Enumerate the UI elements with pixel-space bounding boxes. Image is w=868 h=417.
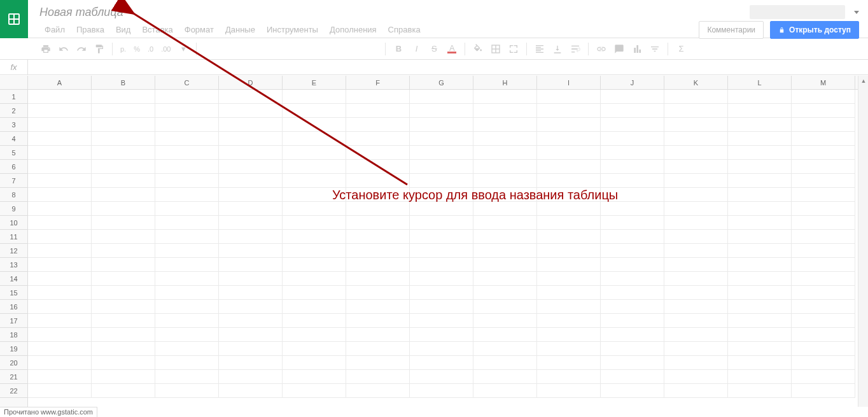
cell[interactable] bbox=[664, 90, 728, 104]
cell[interactable] bbox=[728, 342, 792, 356]
cell[interactable] bbox=[728, 160, 792, 174]
cell[interactable] bbox=[28, 188, 92, 202]
cell[interactable] bbox=[728, 258, 792, 272]
cell[interactable] bbox=[28, 132, 92, 146]
cell[interactable] bbox=[473, 160, 537, 174]
cell[interactable] bbox=[537, 286, 601, 300]
cell[interactable] bbox=[473, 272, 537, 286]
share-button[interactable]: Открыть доступ bbox=[770, 21, 859, 39]
cell[interactable] bbox=[28, 314, 92, 328]
cell[interactable] bbox=[155, 174, 219, 188]
cell[interactable] bbox=[346, 230, 410, 244]
cell[interactable] bbox=[728, 104, 792, 118]
cell[interactable] bbox=[601, 300, 664, 314]
menu-addons[interactable]: Дополнения bbox=[325, 23, 382, 36]
cell[interactable] bbox=[410, 356, 473, 370]
cell[interactable] bbox=[537, 356, 601, 370]
cell[interactable] bbox=[346, 104, 410, 118]
row-header[interactable]: 9 bbox=[0, 202, 27, 216]
row-header[interactable]: 22 bbox=[0, 384, 27, 398]
cell[interactable] bbox=[219, 384, 283, 398]
cell[interactable] bbox=[92, 272, 155, 286]
cell[interactable] bbox=[792, 202, 855, 216]
cell[interactable] bbox=[346, 216, 410, 230]
cell[interactable] bbox=[92, 146, 155, 160]
cell[interactable] bbox=[537, 300, 601, 314]
row-header[interactable]: 8 bbox=[0, 188, 27, 202]
cell[interactable] bbox=[410, 160, 473, 174]
functions-icon[interactable]: Σ bbox=[673, 41, 689, 57]
cell[interactable] bbox=[410, 146, 473, 160]
cell[interactable] bbox=[792, 244, 855, 258]
cell[interactable] bbox=[664, 258, 728, 272]
cell[interactable] bbox=[283, 286, 346, 300]
menu-tools[interactable]: Инструменты bbox=[262, 23, 323, 36]
column-header[interactable]: C bbox=[155, 76, 219, 89]
document-title-input[interactable] bbox=[39, 6, 167, 19]
cell[interactable] bbox=[28, 216, 92, 230]
cell[interactable] bbox=[601, 258, 664, 272]
cell[interactable] bbox=[601, 146, 664, 160]
cell[interactable] bbox=[410, 272, 473, 286]
cell[interactable] bbox=[155, 146, 219, 160]
cell[interactable] bbox=[664, 160, 728, 174]
cell[interactable] bbox=[28, 370, 92, 384]
cell[interactable] bbox=[792, 104, 855, 118]
cell[interactable] bbox=[283, 356, 346, 370]
cell[interactable] bbox=[410, 132, 473, 146]
row-header[interactable]: 7 bbox=[0, 174, 27, 188]
italic-icon[interactable]: I bbox=[409, 41, 424, 57]
row-header[interactable]: 11 bbox=[0, 230, 27, 244]
bold-icon[interactable]: B bbox=[391, 41, 406, 57]
cell[interactable] bbox=[346, 258, 410, 272]
text-wrap-icon[interactable] bbox=[568, 41, 583, 57]
column-header[interactable]: E bbox=[283, 76, 346, 89]
cell[interactable] bbox=[346, 202, 410, 216]
cell[interactable] bbox=[155, 370, 219, 384]
cell[interactable] bbox=[219, 90, 283, 104]
cell[interactable] bbox=[155, 90, 219, 104]
cell[interactable] bbox=[601, 160, 664, 174]
cell[interactable] bbox=[537, 202, 601, 216]
row-header[interactable]: 10 bbox=[0, 216, 27, 230]
cell[interactable] bbox=[664, 300, 728, 314]
cell[interactable] bbox=[219, 272, 283, 286]
cell[interactable] bbox=[537, 146, 601, 160]
cell[interactable] bbox=[155, 188, 219, 202]
cell[interactable] bbox=[473, 258, 537, 272]
currency-format[interactable]: p. bbox=[118, 45, 129, 53]
cell[interactable] bbox=[219, 160, 283, 174]
cell[interactable] bbox=[283, 244, 346, 258]
cell[interactable] bbox=[792, 132, 855, 146]
cell[interactable] bbox=[473, 370, 537, 384]
filter-icon[interactable] bbox=[647, 41, 662, 57]
cell[interactable] bbox=[473, 90, 537, 104]
cell[interactable] bbox=[728, 216, 792, 230]
cell[interactable] bbox=[728, 146, 792, 160]
cell[interactable] bbox=[537, 174, 601, 188]
account-chip[interactable] bbox=[750, 5, 845, 19]
cell[interactable] bbox=[728, 118, 792, 132]
cell[interactable] bbox=[155, 356, 219, 370]
cell[interactable] bbox=[792, 188, 855, 202]
vertical-align-icon[interactable] bbox=[550, 41, 565, 57]
cell[interactable] bbox=[155, 300, 219, 314]
cell[interactable] bbox=[92, 230, 155, 244]
strikethrough-icon[interactable]: S bbox=[426, 41, 442, 57]
cell[interactable] bbox=[792, 230, 855, 244]
menu-data[interactable]: Данные bbox=[220, 23, 260, 36]
cell[interactable] bbox=[537, 132, 601, 146]
cell[interactable] bbox=[664, 370, 728, 384]
cell[interactable] bbox=[283, 202, 346, 216]
cell[interactable] bbox=[346, 356, 410, 370]
account-dropdown-icon[interactable] bbox=[854, 11, 859, 14]
cell[interactable] bbox=[728, 272, 792, 286]
cell[interactable] bbox=[792, 356, 855, 370]
cell[interactable] bbox=[28, 202, 92, 216]
cell[interactable] bbox=[410, 230, 473, 244]
cell[interactable] bbox=[664, 216, 728, 230]
cell[interactable] bbox=[537, 216, 601, 230]
vertical-scrollbar[interactable]: ▲ bbox=[858, 76, 868, 407]
cell[interactable] bbox=[28, 90, 92, 104]
menu-view[interactable]: Вид bbox=[111, 23, 136, 36]
